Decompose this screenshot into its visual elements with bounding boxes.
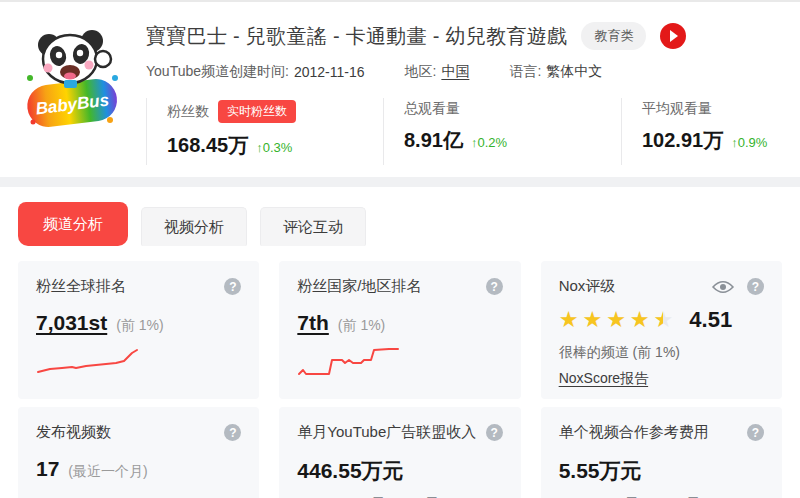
global-rank-value: 7,031st — [36, 311, 107, 335]
region-label: 地区: — [404, 63, 436, 81]
stars-container: ★★★★★★★★★★ — [559, 309, 678, 331]
language-value: 繁体中文 — [546, 63, 602, 81]
subscribers-value: 168.45万 — [167, 132, 248, 159]
category-badge: 教育类 — [581, 22, 646, 50]
language-label: 语言: — [509, 63, 541, 81]
total-views-change: ↑0.2% — [471, 135, 507, 150]
nox-rating-description: 很棒的频道 (前 1%) — [559, 344, 764, 362]
tab-video-analytics[interactable]: 视频分析 — [141, 207, 247, 246]
babybus-logo-icon: BabyBus — [22, 20, 122, 134]
stats-row: 粉丝数 实时粉丝数 168.45万 ↑0.3% 总观看量 8.91亿 ↑0.2% — [146, 98, 790, 165]
channel-analytics-page: BabyBus — [0, 0, 800, 498]
help-icon[interactable]: ? — [224, 424, 241, 441]
header-main: 寶寶巴士 - 兒歌童謠 - 卡通動畫 - 幼兒教育遊戲 教育类 YouTube频… — [146, 16, 800, 165]
average-views-label: 平均观看量 — [642, 100, 712, 118]
help-icon[interactable]: ? — [224, 278, 241, 295]
average-views-value: 102.91万 — [642, 127, 723, 154]
subscribers-label: 粉丝数 — [167, 103, 209, 121]
nox-score-value: 4.51 — [689, 307, 732, 333]
help-icon[interactable]: ? — [747, 424, 764, 441]
stat-subscribers: 粉丝数 实时粉丝数 168.45万 ↑0.3% — [146, 98, 383, 165]
youtube-icon[interactable] — [660, 23, 686, 49]
star-icon: ★★ — [606, 309, 626, 331]
tab-comment-interaction[interactable]: 评论互动 — [260, 207, 366, 246]
help-icon[interactable]: ? — [486, 424, 503, 441]
global-rank-title: 粉丝全球排名 — [36, 277, 126, 296]
help-icon[interactable]: ? — [486, 278, 503, 295]
analytics-cards: 粉丝全球排名 ? 7,031st (前 1%) 粉丝国家/地区排名 ? 7th … — [0, 246, 800, 498]
card-videos-published: 发布视频数 ? 17 (最近一个月) — [18, 407, 259, 498]
analytics-tabs: 频道分析 视频分析 评论互动 — [0, 187, 800, 246]
country-rank-value: 7th — [297, 311, 329, 335]
card-country-rank: 粉丝国家/地区排名 ? 7th (前 1%) — [279, 261, 520, 399]
monthly-income-title: 单月YouTube广告联盟收入 — [297, 423, 476, 442]
region-link[interactable]: 中国 — [441, 63, 469, 81]
help-icon[interactable]: ? — [747, 278, 764, 295]
noxscore-report-link[interactable]: NoxScore报告 — [559, 370, 648, 388]
channel-header: BabyBus — [0, 2, 800, 165]
card-video-quote: 单个视频合作参考费用 ? 5.55万元 CPM: 68.8元-123.85元 预… — [541, 407, 782, 498]
country-rank-percentile: (前 1%) — [338, 317, 385, 335]
videos-published-title: 发布视频数 — [36, 423, 111, 442]
video-quote-title: 单个视频合作参考费用 — [559, 423, 709, 442]
channel-avatar: BabyBus — [22, 20, 122, 134]
nox-rating-title: Nox评级 — [559, 277, 616, 296]
card-nox-rating: Nox评级 ? ★★★★★★★★★★ 4.51 — [541, 261, 782, 399]
star-icon: ★★ — [582, 309, 602, 331]
channel-title: 寶寶巴士 - 兒歌童謠 - 卡通動畫 - 幼兒教育遊戲 — [146, 23, 567, 50]
star-icon: ★★ — [630, 309, 650, 331]
stat-total-views: 总观看量 8.91亿 ↑0.2% — [383, 98, 621, 165]
channel-meta: YouTube频道创建时间: 2012-11-16 地区: 中国 语言: 繁体中… — [146, 63, 790, 81]
star-rating: ★★★★★★★★★★ 4.51 — [559, 307, 764, 333]
star-icon: ★★ — [559, 309, 579, 331]
created-label: YouTube频道创建时间: — [146, 63, 289, 81]
video-quote-value: 5.55万元 — [559, 457, 642, 485]
card-monthly-income: 单月YouTube广告联盟收入 ? 446.55万元 CPM: 33.58元-6… — [279, 407, 520, 498]
card-global-rank: 粉丝全球排名 ? 7,031st (前 1%) — [18, 261, 259, 399]
average-views-change: ↑0.9% — [731, 135, 767, 150]
star-icon: ★★ — [654, 309, 674, 331]
stat-average-views: 平均观看量 102.91万 ↑0.9% — [621, 98, 790, 165]
live-subscribers-badge[interactable]: 实时粉丝数 — [218, 100, 296, 123]
tab-channel-analytics[interactable]: 频道分析 — [18, 202, 128, 246]
subscribers-change: ↑0.3% — [256, 140, 292, 155]
country-rank-title: 粉丝国家/地区排名 — [297, 277, 421, 296]
section-divider — [0, 177, 800, 187]
global-rank-sparkline — [36, 343, 241, 379]
videos-published-value: 17 — [36, 457, 59, 481]
total-views-label: 总观看量 — [404, 100, 460, 118]
monthly-income-value: 446.55万元 — [297, 457, 403, 485]
videos-published-period: (最近一个月) — [68, 463, 147, 481]
eye-icon[interactable] — [712, 280, 734, 294]
created-date: 2012-11-16 — [294, 64, 365, 80]
global-rank-percentile: (前 1%) — [116, 317, 163, 335]
title-row: 寶寶巴士 - 兒歌童謠 - 卡通動畫 - 幼兒教育遊戲 教育类 — [146, 16, 790, 50]
total-views-value: 8.91亿 — [404, 127, 463, 154]
country-rank-sparkline — [297, 343, 502, 379]
